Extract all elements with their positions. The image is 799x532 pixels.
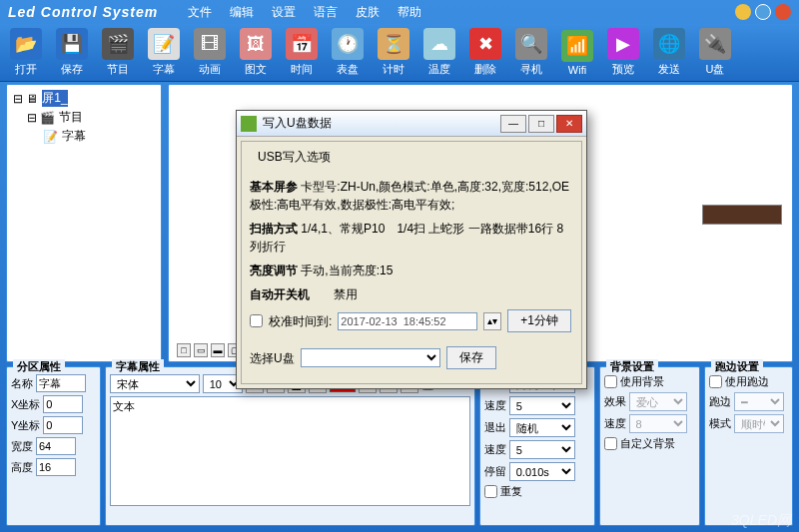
- calibrate-check[interactable]: [250, 314, 263, 327]
- border-panel: 跑边设置 使用跑边 跑边━ 模式顺时针: [704, 366, 793, 526]
- spd2-select[interactable]: 5: [509, 440, 575, 459]
- usb-icon: 🔌: [699, 28, 731, 60]
- tool-save[interactable]: 💾保存: [50, 26, 94, 79]
- program-icon: 🎬: [102, 28, 134, 60]
- usb-options-group: USB写入选项 基本屏参 卡型号:ZH-Un,颜色模式:单色,高度:32,宽度:…: [241, 141, 582, 384]
- tool-imgtext[interactable]: 🖼图文: [234, 26, 278, 79]
- effect-panel: 进入随机显示 速度5 退出随机 速度5 停留0.010s 重复: [479, 366, 595, 526]
- main-menu: 文件 编辑 设置 语言 皮肤 帮助: [188, 4, 421, 21]
- custom-bg-check[interactable]: [604, 437, 617, 450]
- wifi-icon: 📶: [561, 30, 593, 62]
- delete-icon: ✖: [469, 28, 501, 60]
- toolbar: 📂打开💾保存🎬节目📝字幕🎞动画🖼图文📅时间🕐表盘⏳计时☁温度✖删除🔍寻机📶Wif…: [0, 24, 799, 82]
- temp-icon: ☁: [423, 28, 455, 60]
- menu-settings[interactable]: 设置: [272, 4, 296, 21]
- maximize-button[interactable]: [755, 4, 771, 20]
- dialog-titlebar[interactable]: 写入U盘数据 — □ ✕: [237, 111, 586, 137]
- datetime-spinner[interactable]: ▴▾: [483, 312, 501, 330]
- out-select[interactable]: 随机: [509, 418, 575, 437]
- tool-program[interactable]: 🎬节目: [96, 26, 140, 79]
- preview-icon: ▶: [607, 28, 639, 60]
- tool-temp[interactable]: ☁温度: [417, 26, 461, 79]
- fx-select[interactable]: 爱心: [629, 392, 687, 411]
- use-bg-check[interactable]: [604, 375, 617, 388]
- mode-select[interactable]: 顺时针: [734, 414, 784, 433]
- datetime-input[interactable]: [338, 312, 477, 330]
- y-input[interactable]: [43, 416, 83, 434]
- tool-delete[interactable]: ✖删除: [463, 26, 507, 79]
- usb-write-dialog: 写入U盘数据 — □ ✕ USB写入选项 基本屏参 卡型号:ZH-Un,颜色模式…: [236, 110, 587, 389]
- imgtext-icon: 🖼: [240, 28, 272, 60]
- stay-select[interactable]: 0.010s: [509, 462, 575, 481]
- tool-time[interactable]: 📅时间: [280, 26, 324, 79]
- subtitle-icon: 📝: [148, 28, 180, 60]
- app-title: Led Control System: [8, 4, 158, 20]
- usb-select[interactable]: [301, 348, 440, 367]
- dialog-close-button[interactable]: ✕: [556, 115, 582, 133]
- w-input[interactable]: [36, 437, 76, 455]
- dialog-max-button[interactable]: □: [528, 115, 554, 133]
- h-input[interactable]: [36, 458, 76, 476]
- find-icon: 🔍: [515, 28, 547, 60]
- bg-spd-select[interactable]: 8: [629, 414, 687, 433]
- dial-icon: 🕐: [332, 28, 364, 60]
- x-input[interactable]: [43, 395, 83, 413]
- tool-wifi[interactable]: 📶Wifi: [555, 26, 599, 79]
- preview-box: [702, 205, 782, 225]
- tree-panel: ⊟ 🖥 屏1_ ⊟ 🎬 节目 📝 字幕: [6, 84, 162, 362]
- tool-send[interactable]: 🌐发送: [647, 26, 691, 79]
- tool-dial[interactable]: 🕐表盘: [326, 26, 370, 79]
- region-attr-panel: 分区属性 名称 X坐标 Y坐标 宽度 高度: [6, 366, 101, 526]
- time-icon: 📅: [286, 28, 318, 60]
- tree-screen[interactable]: ⊟ 🖥 屏1_: [11, 89, 157, 108]
- menu-lang[interactable]: 语言: [314, 4, 338, 21]
- zoom-controls: □ ▭ ▬ ▢: [177, 343, 242, 357]
- font-select[interactable]: 宋体: [110, 374, 200, 393]
- spd1-select[interactable]: 5: [509, 396, 575, 415]
- zoom-1[interactable]: □: [177, 343, 191, 357]
- close-button[interactable]: [775, 4, 791, 20]
- open-icon: 📂: [10, 28, 42, 60]
- window-controls: [735, 4, 791, 20]
- menu-help[interactable]: 帮助: [398, 4, 421, 21]
- anim-icon: 🎞: [194, 28, 226, 60]
- modal-save-button[interactable]: 保存: [446, 346, 496, 369]
- tool-timer[interactable]: ⏳计时: [372, 26, 415, 79]
- tool-usb[interactable]: 🔌U盘: [693, 26, 737, 79]
- text-area[interactable]: 文本: [110, 396, 470, 506]
- zoom-2[interactable]: ▭: [194, 343, 208, 357]
- name-input[interactable]: [36, 374, 86, 392]
- tool-preview[interactable]: ▶预览: [601, 26, 645, 79]
- tool-anim[interactable]: 🎞动画: [188, 26, 232, 79]
- menu-edit[interactable]: 编辑: [230, 4, 254, 21]
- dialog-min-button[interactable]: —: [500, 115, 526, 133]
- tree-subtitle[interactable]: 📝 字幕: [11, 127, 157, 146]
- titlebar: Led Control System 文件 编辑 设置 语言 皮肤 帮助: [0, 0, 799, 24]
- zoom-3[interactable]: ▬: [211, 343, 225, 357]
- menu-file[interactable]: 文件: [188, 4, 212, 21]
- tool-open[interactable]: 📂打开: [4, 26, 48, 79]
- subtitle-attr-panel: 字幕属性 宋体 10 B I U S ≡ ≣ ≡ 对联字 文本: [105, 366, 475, 526]
- menu-skin[interactable]: 皮肤: [356, 4, 380, 21]
- dialog-icon: [241, 116, 257, 132]
- tool-subtitle[interactable]: 📝字幕: [142, 26, 186, 79]
- use-border-check[interactable]: [709, 375, 722, 388]
- tool-find[interactable]: 🔍寻机: [509, 26, 553, 79]
- send-icon: 🌐: [653, 28, 685, 60]
- plus-minute-button[interactable]: +1分钟: [507, 309, 571, 332]
- edge-select[interactable]: ━: [734, 392, 784, 411]
- save-icon: 💾: [56, 28, 88, 60]
- timer-icon: ⏳: [378, 28, 409, 60]
- bg-panel: 背景设置 使用背景 效果爱心 速度8 自定义背景: [599, 366, 700, 526]
- repeat-check[interactable]: [484, 485, 497, 498]
- minimize-button[interactable]: [735, 4, 751, 20]
- tree-program[interactable]: ⊟ 🎬 节目: [11, 108, 157, 127]
